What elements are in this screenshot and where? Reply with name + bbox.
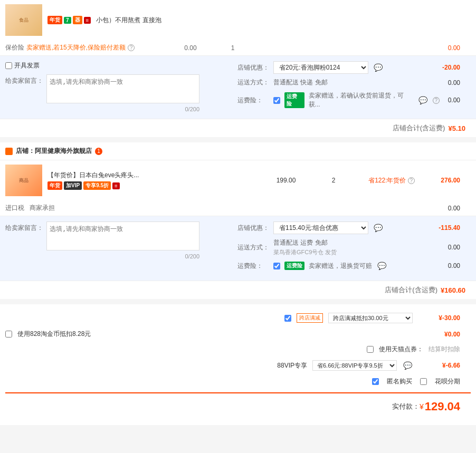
taojin-row: 使用828淘金币抵扣8.28元 ¥0.00	[5, 326, 471, 342]
seller-note-label: 给卖家留言：	[5, 74, 43, 85]
store2-header: 店铺：阿里健康海外旗舰店 1	[0, 142, 476, 160]
store1-product-row: 食品 年货 7 器 ≡ 小包）不用熬煮 直接泡	[0, 0, 476, 40]
store2-name: 店铺：阿里健康海外旗舰店	[16, 147, 92, 156]
final-amount: 129.04	[425, 400, 460, 413]
store2-product-row: 商品 【年货价】日本白兔eve头疼头... 年货 加VIP 专享9.5折 ≡ 1…	[0, 160, 476, 200]
invoice-checkbox[interactable]	[5, 62, 12, 69]
store2-shop-total: 店铺合计(含运费) ¥160.60	[0, 281, 476, 299]
store1-form-section: 开具发票 给卖家留言： 0/200 店铺优惠： 省20元:香泡脚粉0124 💬 …	[0, 56, 476, 119]
store2-product-thumb: 商品	[5, 165, 42, 196]
store2-insurance-green-tag: 运费险	[284, 262, 304, 270]
shipping-price: 0.00	[448, 79, 471, 86]
seller-note-row: 给卖家留言： 0/200	[5, 74, 227, 112]
tianjin-checkbox[interactable]	[367, 346, 374, 353]
tag2-vip: 加VIP	[64, 181, 82, 190]
store2-coupon-select[interactable]: 省115.40元:组合优惠	[273, 221, 368, 234]
store2-total-value: ¥160.60	[441, 286, 465, 294]
import-tax-seller: 商家承担	[30, 204, 55, 213]
vip-select[interactable]: 省6.66元:88VIP专享9.5折	[312, 360, 397, 371]
store1-shop-total: 店铺合计(含运费) ¥5.10	[0, 119, 476, 137]
store1-left-form: 开具发票 给卖家留言： 0/200	[5, 61, 227, 113]
insurance-desc: 卖家赠送，若确认收货前退货，可获...	[309, 91, 414, 109]
store2-shipping-line2: 菜鸟香港GFC9号仓 发货	[273, 248, 337, 256]
coupon-price: -20.00	[442, 64, 471, 71]
cross-store-row: 跨店满减 跨店满减抵扣30.00元 ¥-30.00	[5, 310, 471, 326]
invoice-label: 开具发票	[14, 61, 40, 70]
store1-product-thumb: 食品	[5, 4, 42, 36]
chat-icon[interactable]: 💬	[373, 62, 383, 73]
taojin-value: ¥0.00	[429, 331, 460, 338]
info-icon[interactable]: ?	[128, 44, 135, 51]
insurance-info-icon[interactable]: ?	[433, 97, 440, 104]
import-tax-label: 进口税	[5, 204, 24, 213]
seller-note-input-wrap: 0/200	[46, 74, 199, 112]
anon-checkbox[interactable]	[372, 378, 379, 385]
insurance-checkbox[interactable]	[273, 97, 280, 104]
installment-label: 花呗分期	[435, 377, 460, 386]
store2-note-count: 0/200	[46, 253, 199, 259]
tag-qi: 器	[73, 16, 82, 24]
store2-insurance-label: 运费险：	[237, 262, 269, 271]
vip-chat-icon[interactable]: 💬	[402, 360, 413, 371]
store2-price: 199.00	[265, 177, 307, 184]
store2-note-input[interactable]	[46, 221, 199, 250]
final-currency: ¥	[420, 402, 424, 411]
coupon-select[interactable]: 省20元:香泡脚粉0124	[273, 61, 368, 74]
seller-note-input[interactable]	[46, 74, 199, 103]
shipping-label: 运送方式：	[237, 78, 269, 87]
cross-store-select[interactable]: 跨店满减抵扣30.00元	[328, 313, 413, 323]
store2-insurance-checkbox[interactable]	[273, 263, 280, 269]
store2-badge: 1	[95, 148, 102, 155]
coupon-row: 店铺优惠： 省20元:香泡脚粉0124 💬 -20.00	[237, 61, 471, 74]
tianjin-label: 使用天猫点券：	[379, 345, 423, 354]
store2-coupon-label: 店铺优惠：	[237, 224, 269, 233]
store2-insurance-price: 0.00	[448, 262, 471, 269]
import-tax-row: 进口税 商家承担 0.00	[0, 200, 476, 216]
tag-flag: ≡	[84, 17, 91, 24]
store2-qty: 2	[312, 177, 355, 184]
tag-7: 7	[64, 17, 71, 24]
note-count: 0/200	[46, 106, 199, 112]
shipping-row: 运送方式： 普通配送 快递 免邮 0.00	[237, 78, 471, 87]
taojin-checkbox[interactable]	[5, 331, 12, 338]
store2-insurance-row: 运费险： 运费险 卖家赠送，退换货可赔 💬 0.00	[237, 261, 471, 271]
installment-checkbox[interactable]	[420, 378, 427, 385]
insurance-form-row: 运费险： 运费险 卖家赠送，若确认收货前退货，可获... 💬 ? 0.00	[237, 91, 471, 109]
store2-discount: 省122:年货价 ?	[360, 176, 423, 185]
cross-store-checkbox[interactable]	[284, 315, 291, 322]
insurance-chat-icon[interactable]: 💬	[418, 95, 429, 105]
store2-shipping-row: 运送方式： 普通配送 运费 免邮 菜鸟香港GFC9号仓 发货 0.00	[237, 238, 471, 256]
store2-insurance-chat[interactable]: 💬	[376, 261, 387, 271]
store2-shipping-line1: 普通配送 运费 免邮	[273, 238, 337, 247]
tag2-discount: 专享9.5折	[83, 181, 111, 190]
shipping-value: 普通配送 快递 免邮	[273, 78, 328, 87]
product-info-icon[interactable]: ?	[408, 177, 415, 184]
store2-shipping-price: 0.00	[448, 244, 471, 251]
insurance-green-tag: 运费险	[284, 92, 304, 108]
store2-chat-icon[interactable]: 💬	[373, 223, 383, 233]
store2-note-label: 给卖家留言：	[5, 221, 43, 233]
store2-coupon-price: -115.40	[439, 224, 471, 232]
tianjin-row: 使用天猫点券： 结算时扣除	[5, 342, 471, 357]
tag2-nianghuo: 年货	[47, 181, 62, 190]
insurance-seller-note: 卖家赠送,若15天降价,保险赔付差额	[26, 43, 126, 52]
store-icon	[5, 148, 13, 155]
insurance-form-label: 运费险：	[237, 96, 269, 105]
store2-shipping-label: 运送方式：	[237, 243, 269, 252]
cross-store-value: ¥-30.00	[429, 314, 460, 322]
final-payment-row: 实付款： ¥ 129.04	[5, 392, 471, 420]
store2-total: 276.00	[429, 177, 471, 184]
tag2-flag: ≡	[112, 182, 120, 189]
coupon-label: 店铺优惠：	[237, 63, 269, 72]
store1-total-value: ¥5.10	[448, 124, 465, 132]
insurance-label-text: 保价险	[5, 43, 24, 52]
import-tax-value: 0.00	[448, 205, 471, 212]
vip-row: 88VIP专享 省6.66元:88VIP专享9.5折 💬 ¥-6.66	[5, 357, 471, 374]
store1-insurance-row: 保价险 卖家赠送,若15天降价,保险赔付差额 ? 0.00 1 0.00	[0, 40, 476, 56]
insurance-total: 0.00	[418, 44, 471, 52]
store2-left-form: 给卖家留言： 0/200	[5, 221, 227, 275]
cross-store-tag: 跨店满减	[297, 313, 323, 323]
summary-section: 跨店满减 跨店满减抵扣30.00元 ¥-30.00 使用828淘金币抵扣8.28…	[0, 304, 476, 425]
store2-product-name: 【年货价】日本白兔eve头疼头...	[47, 171, 139, 180]
tag-nianghuo: 年货	[47, 16, 62, 24]
